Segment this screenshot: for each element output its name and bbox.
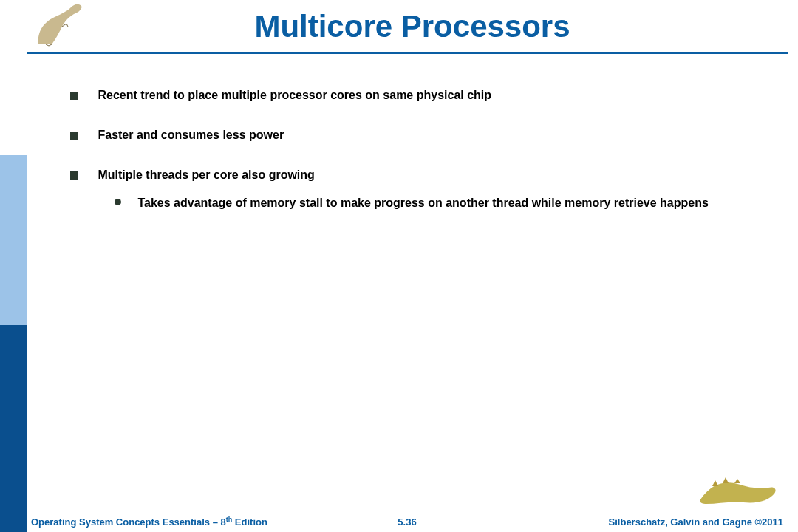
bullet-item: Recent trend to place multiple processor… <box>70 89 776 102</box>
square-bullet-icon <box>70 132 78 140</box>
title-underline <box>27 52 788 54</box>
title-wrap: Multicore Processors <box>27 9 798 44</box>
sub-bullet-item: Takes advantage of memory stall to make … <box>115 195 776 211</box>
side-stripe-light <box>0 155 27 325</box>
footer: Operating System Concepts Essentials – 8… <box>27 510 788 528</box>
square-bullet-icon <box>70 92 78 100</box>
footer-center: 5.36 <box>398 516 416 528</box>
sub-bullet-text: Takes advantage of memory stall to make … <box>137 195 708 211</box>
slide: Multicore Processors Recent trend to pla… <box>0 0 798 532</box>
bullet-text: Faster and consumes less power <box>98 129 284 142</box>
content-area: Recent trend to place multiple processor… <box>70 89 776 238</box>
bullet-text: Recent trend to place multiple processor… <box>98 89 491 102</box>
footer-left: Operating System Concepts Essentials – 8… <box>31 516 267 528</box>
side-stripe <box>0 0 27 532</box>
footer-right: Silberschatz, Galvin and Gagne ©2011 <box>609 516 783 528</box>
slide-title: Multicore Processors <box>254 9 570 44</box>
square-bullet-icon <box>70 171 78 180</box>
bullet-item: Faster and consumes less power <box>70 129 776 142</box>
footer-left-prefix: Operating System Concepts Essentials – 8 <box>31 516 226 528</box>
dinosaur-bottom-icon <box>698 467 779 508</box>
footer-left-suffix: Edition <box>232 516 267 528</box>
bullet-text: Multiple threads per core also growing <box>98 168 314 182</box>
round-bullet-icon <box>115 199 121 205</box>
bullet-item: Multiple threads per core also growing T… <box>70 168 776 211</box>
footer-left-sup: th <box>226 516 233 523</box>
